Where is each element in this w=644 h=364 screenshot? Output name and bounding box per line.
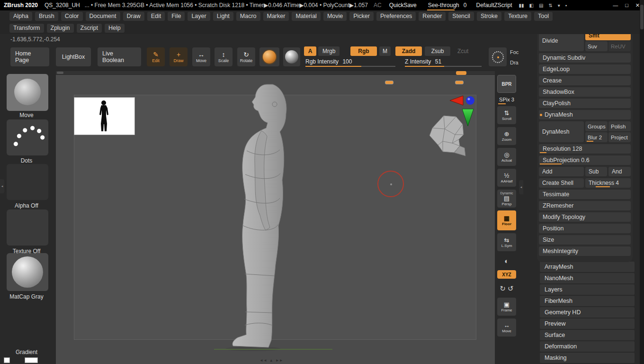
- swap-view-icon[interactable]: ⇅: [548, 3, 552, 8]
- shelf-scroll[interactable]: ⇅Scroll: [497, 106, 516, 124]
- interface-layout-icon[interactable]: ▮▮: [519, 3, 524, 8]
- canvas[interactable]: ◄◄ ▲ ►►: [56, 75, 495, 364]
- quicksave-button[interactable]: QuickSave: [389, 2, 417, 9]
- slider-thumb[interactable]: [385, 81, 394, 84]
- dynamesh-button[interactable]: DynaMesh: [539, 121, 584, 142]
- menu-toggle-icon[interactable]: ▾: [558, 3, 560, 8]
- z-intensity-sub-thumb[interactable]: [456, 71, 466, 75]
- window-vertical-scrollbar[interactable]: [640, 0, 644, 364]
- panel-item-modify-topology[interactable]: Modify Topology: [539, 212, 631, 222]
- menu-color[interactable]: Color: [61, 12, 83, 21]
- slider-thumb[interactable]: [455, 81, 464, 84]
- rgb-toggle[interactable]: Rgb: [350, 46, 377, 56]
- see-through-slider[interactable]: See-through: [428, 2, 459, 9]
- panel-item-crease[interactable]: Crease: [539, 76, 631, 85]
- menu-help[interactable]: Help: [105, 24, 125, 33]
- menu-document[interactable]: Document: [86, 12, 120, 21]
- subpalette-preview[interactable]: Preview: [540, 318, 635, 329]
- subpalette-nanomesh[interactable]: NanoMesh: [540, 273, 635, 283]
- menu-stroke[interactable]: Stroke: [477, 12, 501, 21]
- z-intensity-slider[interactable]: Z Intensity 51: [405, 58, 482, 68]
- polish-toggle[interactable]: Polish: [608, 121, 631, 131]
- groups-toggle[interactable]: Groups: [585, 121, 608, 131]
- a-toggle[interactable]: A: [304, 46, 316, 56]
- nav-left-icon[interactable]: ◄◄: [259, 358, 267, 363]
- subpalette-deformation[interactable]: Deformation: [540, 341, 635, 352]
- slider-track[interactable]: [405, 66, 482, 67]
- move-button[interactable]: ↔ Move: [192, 47, 210, 66]
- shelf-rotate-on-axis-icons[interactable]: ↻ ↺: [497, 282, 516, 295]
- menu-zplugin[interactable]: Zplugin: [47, 24, 74, 33]
- alpha-selector[interactable]: [7, 164, 48, 200]
- menu-light[interactable]: Light: [213, 12, 233, 21]
- zadd-toggle[interactable]: Zadd: [395, 46, 422, 56]
- menu-macro[interactable]: Macro: [236, 12, 260, 21]
- default-zscript-button[interactable]: DefaultZScript: [476, 2, 512, 9]
- menu-transform[interactable]: Transform: [9, 24, 44, 33]
- project-toggle[interactable]: Project: [608, 132, 631, 142]
- m-toggle[interactable]: M: [379, 46, 391, 56]
- menu-edit[interactable]: Edit: [147, 12, 165, 21]
- subpalette-layers[interactable]: Layers: [540, 284, 635, 295]
- left-tray-collapse-handle[interactable]: ◂: [0, 179, 4, 193]
- shelf-l-sym[interactable]: ⇆L.Sym: [497, 233, 516, 251]
- slider-track[interactable]: [305, 66, 395, 67]
- shelf-floor[interactable]: ▦Floor: [497, 210, 516, 230]
- thickness-slider[interactable]: Thickness 4: [585, 178, 631, 188]
- subpalette-masking[interactable]: Masking: [540, 353, 635, 363]
- panel-item-claypolish[interactable]: ClayPolish: [539, 99, 631, 108]
- create-shell-button[interactable]: Create Shell: [539, 178, 584, 188]
- rotate-button[interactable]: ↻ Rotate: [237, 47, 255, 66]
- shelf-actual[interactable]: ◎Actual: [497, 148, 516, 166]
- menu-texture[interactable]: Texture: [504, 12, 531, 21]
- stroke-selector[interactable]: [7, 119, 48, 155]
- shelf-bpr[interactable]: BPR: [497, 75, 516, 93]
- brush-selector[interactable]: [7, 74, 48, 111]
- palette-dock-icon[interactable]: ▤: [539, 3, 543, 8]
- reuv-button[interactable]: ReUV: [608, 41, 631, 51]
- nav-up-icon[interactable]: ▲: [269, 358, 273, 363]
- blur-slider[interactable]: Blur 2: [585, 132, 608, 142]
- panel-item-position[interactable]: Position: [539, 224, 631, 233]
- draw-button[interactable]: + Draw: [170, 47, 188, 66]
- dynamesh-section-header[interactable]: DynaMesh: [539, 110, 631, 119]
- divider-bars-icon[interactable]: ◧: [529, 3, 534, 8]
- zcut-toggle[interactable]: Zcut: [453, 46, 473, 56]
- menu-marker[interactable]: Marker: [263, 12, 289, 21]
- menu-brush[interactable]: Brush: [35, 12, 58, 21]
- home-page-button[interactable]: Home Page: [10, 47, 49, 66]
- shelf-persp[interactable]: Dynamic▤Persp: [497, 190, 516, 208]
- shelf-frame[interactable]: ▣Frame: [497, 298, 516, 316]
- right-tray-collapse-handle[interactable]: ◂: [519, 180, 523, 194]
- menu-stencil[interactable]: Stencil: [448, 12, 474, 21]
- subpalette-surface[interactable]: Surface: [540, 330, 635, 340]
- subprojection-slider[interactable]: SubProjection 0.6: [539, 155, 631, 165]
- shelf-zoom[interactable]: ⊕Zoom: [497, 127, 516, 145]
- menu-alpha[interactable]: Alpha: [9, 12, 32, 21]
- menu-picker[interactable]: Picker: [349, 12, 374, 21]
- panel-item-tessimate[interactable]: Tessimate: [539, 190, 631, 199]
- shelf-aahalf[interactable]: ½AAHalf: [497, 169, 516, 187]
- menu-tool[interactable]: Tool: [534, 12, 553, 21]
- axis-gizmo[interactable]: [449, 95, 479, 127]
- panel-item-shadowbox[interactable]: ShadowBox: [539, 87, 631, 97]
- menu-render[interactable]: Render: [419, 12, 446, 21]
- and-toggle[interactable]: And: [608, 167, 631, 176]
- shelf-move[interactable]: ↔Move: [497, 318, 516, 337]
- shelf-spix-3[interactable]: SPix 3: [497, 96, 516, 103]
- canvas-nav-arrows[interactable]: ◄◄ ▲ ►►: [259, 358, 283, 363]
- sub-toggle[interactable]: Sub: [585, 167, 607, 176]
- scale-button[interactable]: ↕ Scale: [215, 47, 233, 66]
- panel-item-edgeloop[interactable]: EdgeLoop: [539, 64, 631, 74]
- menu-movie[interactable]: Movie: [323, 12, 347, 21]
- main-color-swatch[interactable]: [4, 357, 10, 363]
- close-button[interactable]: ✕: [635, 2, 640, 9]
- shelf-transparency-icon[interactable]: ◐: [497, 254, 516, 267]
- suv-toggle[interactable]: Suv: [585, 41, 608, 51]
- matcap-material-button[interactable]: [283, 47, 300, 66]
- resolution-slider[interactable]: Resolution 128: [539, 144, 631, 154]
- minimize-button[interactable]: —: [613, 2, 618, 9]
- subpalette-arraymesh[interactable]: ArrayMesh: [540, 262, 635, 272]
- live-boolean-button[interactable]: Live Boolean: [98, 47, 141, 66]
- subpalette-fibermesh[interactable]: FiberMesh: [540, 296, 635, 306]
